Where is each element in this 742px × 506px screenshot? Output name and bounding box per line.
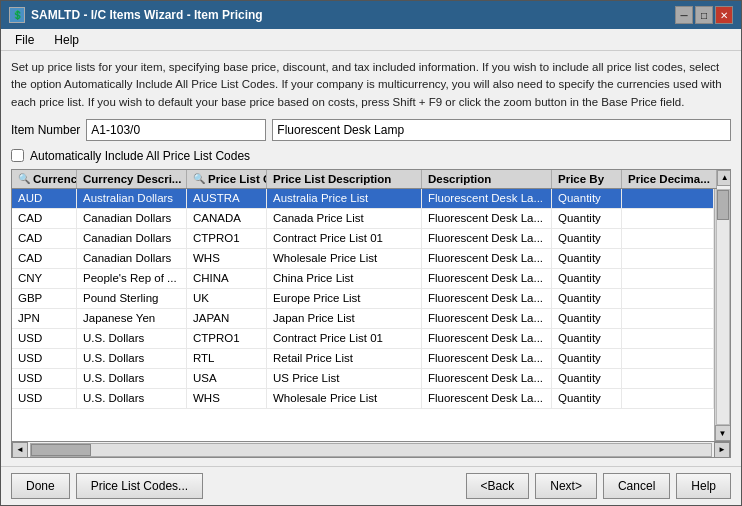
td-currency-desc: U.S. Dollars bbox=[77, 389, 187, 408]
td-description: Fluorescent Desk La... bbox=[422, 349, 552, 368]
menu-file[interactable]: File bbox=[5, 31, 44, 49]
td-price-by: Quantity bbox=[552, 349, 622, 368]
td-currency-desc: Canadian Dollars bbox=[77, 249, 187, 268]
scroll-down-arrow[interactable]: ▼ bbox=[715, 425, 731, 441]
td-price-list-code: CHINA bbox=[187, 269, 267, 288]
td-currency-code: USD bbox=[12, 349, 77, 368]
td-price-list-code: RTL bbox=[187, 349, 267, 368]
td-price-list-desc: Japan Price List bbox=[267, 309, 422, 328]
next-button[interactable]: Next> bbox=[535, 473, 597, 499]
td-currency-desc: U.S. Dollars bbox=[77, 349, 187, 368]
td-description: Fluorescent Desk La... bbox=[422, 289, 552, 308]
content-area: Set up price lists for your item, specif… bbox=[1, 51, 741, 466]
td-currency-code: CAD bbox=[12, 229, 77, 248]
title-controls: ─ □ ✕ bbox=[675, 6, 733, 24]
td-price-decimal bbox=[622, 389, 714, 408]
button-bar: Done Price List Codes... <Back Next> Can… bbox=[1, 466, 741, 505]
td-price-by: Quantity bbox=[552, 329, 622, 348]
td-currency-code: GBP bbox=[12, 289, 77, 308]
close-button[interactable]: ✕ bbox=[715, 6, 733, 24]
td-currency-code: USD bbox=[12, 329, 77, 348]
td-price-by: Quantity bbox=[552, 289, 622, 308]
table-row[interactable]: CAD Canadian Dollars CANADA Canada Price… bbox=[12, 209, 714, 229]
table-row[interactable]: GBP Pound Sterling UK Europe Price List … bbox=[12, 289, 714, 309]
checkbox-label: Automatically Include All Price List Cod… bbox=[30, 149, 250, 163]
minimize-button[interactable]: ─ bbox=[675, 6, 693, 24]
td-price-decimal bbox=[622, 369, 714, 388]
help-button[interactable]: Help bbox=[676, 473, 731, 499]
scrollbar-thumb[interactable] bbox=[717, 190, 729, 220]
td-currency-desc: U.S. Dollars bbox=[77, 329, 187, 348]
main-window: 💲 SAMLTD - I/C Items Wizard - Item Prici… bbox=[0, 0, 742, 506]
item-desc-input[interactable] bbox=[272, 119, 731, 141]
td-price-by: Quantity bbox=[552, 249, 622, 268]
td-price-list-code: UK bbox=[187, 289, 267, 308]
td-currency-code: USD bbox=[12, 389, 77, 408]
horizontal-scroll-track[interactable] bbox=[30, 443, 712, 457]
auto-include-checkbox[interactable] bbox=[11, 149, 24, 162]
td-price-list-code: USA bbox=[187, 369, 267, 388]
td-price-by: Quantity bbox=[552, 209, 622, 228]
table-row[interactable]: CAD Canadian Dollars CTPRO1 Contract Pri… bbox=[12, 229, 714, 249]
maximize-button[interactable]: □ bbox=[695, 6, 713, 24]
table-body[interactable]: AUD Australian Dollars AUSTRA Australia … bbox=[12, 189, 714, 441]
td-description: Fluorescent Desk La... bbox=[422, 329, 552, 348]
td-price-list-desc: Contract Price List 01 bbox=[267, 229, 422, 248]
table-row[interactable]: USD U.S. Dollars RTL Retail Price List F… bbox=[12, 349, 714, 369]
td-currency-code: CAD bbox=[12, 209, 77, 228]
th-price-decimal: Price Decima... bbox=[622, 170, 717, 188]
table-row[interactable]: AUD Australian Dollars AUSTRA Australia … bbox=[12, 189, 714, 209]
td-description: Fluorescent Desk La... bbox=[422, 189, 552, 208]
search-icon-2: 🔍 bbox=[193, 173, 205, 184]
done-button[interactable]: Done bbox=[11, 473, 70, 499]
td-price-decimal bbox=[622, 309, 714, 328]
horizontal-scroll-thumb[interactable] bbox=[31, 444, 91, 456]
td-currency-code: JPN bbox=[12, 309, 77, 328]
td-price-list-desc: Retail Price List bbox=[267, 349, 422, 368]
table-row[interactable]: JPN Japanese Yen JAPAN Japan Price List … bbox=[12, 309, 714, 329]
table-row[interactable]: USD U.S. Dollars CTPRO1 Contract Price L… bbox=[12, 329, 714, 349]
scrollbar-track[interactable] bbox=[716, 189, 730, 425]
td-currency-desc: Australian Dollars bbox=[77, 189, 187, 208]
th-price-by: Price By bbox=[552, 170, 622, 188]
price-list-table: 🔍 Currency Co... Currency Descri... 🔍 Pr… bbox=[11, 169, 731, 458]
td-description: Fluorescent Desk La... bbox=[422, 229, 552, 248]
item-number-row: Item Number bbox=[11, 119, 731, 141]
table-row[interactable]: USD U.S. Dollars WHS Wholesale Price Lis… bbox=[12, 389, 714, 409]
td-price-by: Quantity bbox=[552, 229, 622, 248]
td-price-decimal bbox=[622, 289, 714, 308]
menu-help[interactable]: Help bbox=[44, 31, 89, 49]
td-price-by: Quantity bbox=[552, 369, 622, 388]
item-number-input[interactable] bbox=[86, 119, 266, 141]
scroll-right-arrow[interactable]: ► bbox=[714, 442, 730, 458]
cancel-button[interactable]: Cancel bbox=[603, 473, 670, 499]
table-row[interactable]: CNY People's Rep of ... CHINA China Pric… bbox=[12, 269, 714, 289]
td-price-list-code: CANADA bbox=[187, 209, 267, 228]
td-price-decimal bbox=[622, 329, 714, 348]
th-description: Description bbox=[422, 170, 552, 188]
td-description: Fluorescent Desk La... bbox=[422, 309, 552, 328]
bottom-scrollbar: ◄ ► bbox=[12, 441, 730, 457]
td-price-list-desc: Wholesale Price List bbox=[267, 389, 422, 408]
price-list-codes-button[interactable]: Price List Codes... bbox=[76, 473, 203, 499]
app-icon: 💲 bbox=[9, 7, 25, 23]
checkbox-row: Automatically Include All Price List Cod… bbox=[11, 149, 731, 163]
scroll-left-arrow[interactable]: ◄ bbox=[12, 442, 28, 458]
search-icon: 🔍 bbox=[18, 173, 30, 184]
td-currency-code: USD bbox=[12, 369, 77, 388]
td-price-list-desc: Europe Price List bbox=[267, 289, 422, 308]
td-price-list-code: JAPAN bbox=[187, 309, 267, 328]
back-button[interactable]: <Back bbox=[466, 473, 530, 499]
td-price-list-code: AUSTRA bbox=[187, 189, 267, 208]
td-price-by: Quantity bbox=[552, 389, 622, 408]
menu-bar: File Help bbox=[1, 29, 741, 51]
scrollbar-right: ▼ bbox=[714, 189, 730, 441]
title-bar: 💲 SAMLTD - I/C Items Wizard - Item Prici… bbox=[1, 1, 741, 29]
td-price-by: Quantity bbox=[552, 309, 622, 328]
table-row[interactable]: CAD Canadian Dollars WHS Wholesale Price… bbox=[12, 249, 714, 269]
button-group-right: <Back Next> Cancel Help bbox=[466, 473, 731, 499]
table-row[interactable]: USD U.S. Dollars USA US Price List Fluor… bbox=[12, 369, 714, 389]
scroll-up-arrow[interactable]: ▲ bbox=[717, 170, 731, 186]
item-number-label: Item Number bbox=[11, 123, 80, 137]
table-body-container: AUD Australian Dollars AUSTRA Australia … bbox=[12, 189, 730, 441]
